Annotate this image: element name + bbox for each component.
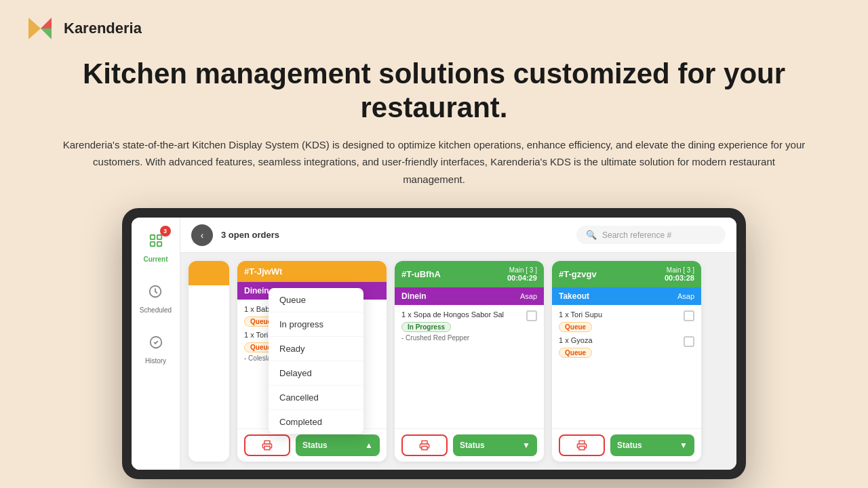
- print-button-1[interactable]: [244, 434, 290, 456]
- status-label-1: Status: [302, 441, 328, 450]
- sidebar-current-label: Current: [143, 256, 167, 263]
- print-button-2[interactable]: [401, 434, 448, 456]
- dropdown-cancelled[interactable]: Cancelled: [269, 386, 363, 410]
- hero-description: Karenderia's state-of-the-art Kitchen Di…: [61, 136, 807, 188]
- status-button-1[interactable]: Status ▲: [296, 434, 380, 456]
- sidebar-item-history[interactable]: History: [144, 330, 168, 365]
- order-card-3: #T-gzvgv Main [ 3 ] 00:03:28 Takeout Asa…: [552, 261, 701, 462]
- order-timing-3: 00:03:28: [665, 274, 694, 282]
- hero-title: Kitchen management solutions customized …: [54, 57, 814, 125]
- kds-main: ‹ 3 open orders 🔍 Search reference #: [180, 218, 736, 470]
- svg-rect-7: [157, 242, 161, 246]
- item-name-2-0: 1 x Sopa de Hongos Sabor Sal: [401, 310, 504, 319]
- item-name-3-0: 1 x Tori Supu: [559, 310, 602, 319]
- order-type-1: Dinein: [244, 286, 269, 296]
- order-main-label-2: Main [ 3 ]: [507, 266, 537, 274]
- hero-section: Kitchen management solutions customized …: [0, 57, 868, 201]
- order-type-bar-3: Takeout Asap: [552, 287, 701, 305]
- order-id-1: #T-JjwWt: [244, 266, 282, 277]
- svg-rect-10: [264, 447, 270, 450]
- device-screen: 3 Current: [132, 218, 736, 470]
- order-footer-2: Status ▼: [395, 428, 544, 462]
- order-asap-3: Asap: [677, 292, 694, 300]
- item-checkbox-3-1[interactable]: [684, 336, 694, 347]
- status-dropdown: Queue In progress Ready Delayed Cancelle…: [269, 288, 363, 434]
- dropdown-inprogress[interactable]: In progress: [269, 312, 363, 337]
- svg-rect-4: [150, 235, 154, 239]
- svg-rect-6: [150, 242, 154, 246]
- sidebar-scheduled-label: Scheduled: [140, 306, 172, 314]
- order-type-3: Takeout: [559, 291, 589, 301]
- logo-area: Karenderia: [22, 11, 142, 46]
- order-type-2: Dinein: [401, 291, 427, 301]
- dropdown-queue[interactable]: Queue: [269, 288, 363, 312]
- orders-count: 3 open orders: [221, 230, 568, 240]
- item-badge-3-1: Queue: [559, 348, 592, 358]
- search-icon: 🔍: [586, 230, 597, 240]
- item-note-2-0: - Crushed Red Pepper: [401, 334, 504, 342]
- dropdown-ready[interactable]: Ready: [269, 337, 363, 361]
- status-arrow-3: ▼: [679, 441, 688, 450]
- print-button-3[interactable]: [559, 434, 605, 456]
- scheduled-icon: [143, 279, 167, 304]
- status-arrow-up-1: ▲: [365, 441, 373, 450]
- kds-sidebar: 3 Current: [132, 218, 180, 470]
- item-name-3-1: 1 x Gyoza: [559, 336, 593, 344]
- current-icon: 3: [144, 228, 168, 253]
- item-badge-3-0: Queue: [559, 322, 592, 332]
- order-card-2: #T-uBfhA Main [ 3 ] 00:04:29 Dinein Asap: [395, 261, 544, 462]
- status-label-3: Status: [617, 441, 642, 450]
- sidebar-item-current[interactable]: 3 Current: [143, 228, 167, 263]
- orders-grid: #T-JjwWt Dinein 1 x Baby Sq... Queue 1 x: [180, 253, 736, 470]
- order-id-2: #T-uBfhA: [401, 269, 441, 279]
- order-footer-3: Status ▼: [552, 428, 701, 462]
- order-main-label-3: Main [ 3 ]: [665, 266, 694, 274]
- status-button-2[interactable]: Status ▼: [453, 434, 537, 456]
- item-checkbox-3-0[interactable]: [684, 310, 694, 321]
- status-button-3[interactable]: Status ▼: [610, 434, 694, 456]
- order-asap-2: Asap: [520, 292, 537, 300]
- search-bar[interactable]: 🔍 Search reference #: [576, 226, 726, 244]
- history-icon: [144, 330, 168, 354]
- search-input[interactable]: Search reference #: [602, 230, 671, 240]
- brand-name: Karenderia: [64, 20, 142, 37]
- item-badge-2-0: In Progress: [401, 322, 451, 332]
- back-button[interactable]: ‹: [191, 224, 213, 246]
- status-arrow-down-2: ▼: [522, 441, 530, 450]
- dropdown-completed[interactable]: Completed: [269, 410, 363, 434]
- dropdown-delayed[interactable]: Delayed: [269, 361, 363, 386]
- partial-order-card: [189, 261, 229, 462]
- item-checkbox-2-0[interactable]: [526, 310, 537, 321]
- karenderia-logo-icon: [22, 11, 57, 46]
- order-type-bar-2: Dinein Asap: [395, 287, 544, 305]
- kds-toolbar: ‹ 3 open orders 🔍 Search reference #: [180, 218, 736, 253]
- order-items-2: 1 x Sopa de Hongos Sabor Sal In Progress…: [395, 305, 544, 428]
- notification-badge: 3: [160, 226, 171, 237]
- order-id-3: #T-gzvgv: [559, 269, 597, 279]
- order-timing-2: 00:04:29: [507, 274, 537, 282]
- status-label-2: Status: [460, 441, 485, 450]
- top-navigation: Karenderia: [0, 0, 868, 57]
- svg-rect-5: [157, 235, 161, 239]
- device-wrapper: 3 Current: [0, 208, 868, 479]
- order-items-3: 1 x Tori Supu Queue 1 x Gyoza Queue: [552, 305, 701, 428]
- svg-rect-12: [579, 447, 585, 450]
- svg-rect-11: [422, 447, 427, 450]
- sidebar-item-scheduled[interactable]: Scheduled: [140, 279, 172, 314]
- device-frame: 3 Current: [122, 208, 746, 479]
- sidebar-history-label: History: [145, 357, 166, 365]
- kds-app: 3 Current: [132, 218, 736, 470]
